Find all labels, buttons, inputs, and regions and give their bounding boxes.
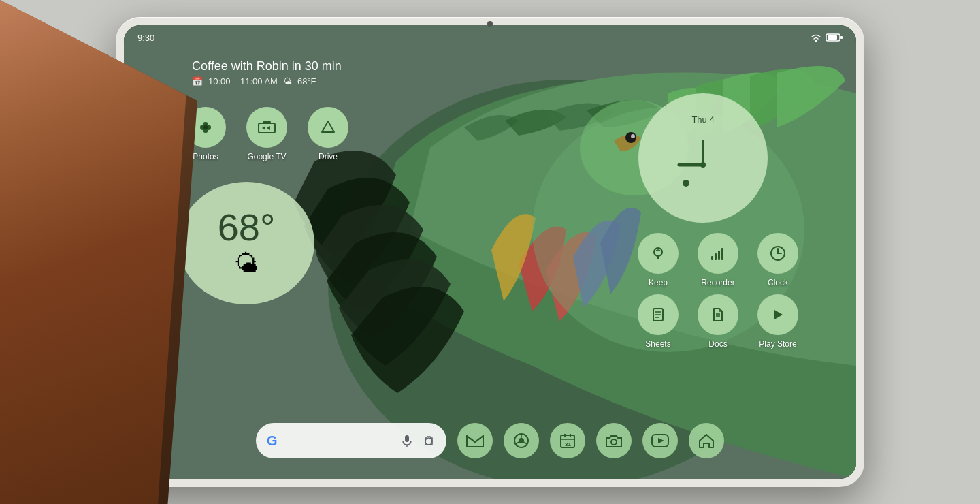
home-icon bbox=[698, 432, 715, 450]
camera-dock-icon bbox=[604, 432, 623, 449]
status-time: 9:30 bbox=[137, 33, 154, 43]
svg-rect-17 bbox=[711, 256, 713, 260]
svg-rect-19 bbox=[718, 251, 720, 260]
app-gmail-dock[interactable] bbox=[457, 423, 493, 458]
svg-point-9 bbox=[203, 125, 208, 129]
drive-label: Drive bbox=[318, 152, 338, 161]
app-camera-dock[interactable] bbox=[596, 423, 632, 458]
playstore-label: Play Store bbox=[759, 339, 796, 349]
battery-icon bbox=[826, 33, 843, 42]
svg-point-15 bbox=[654, 248, 662, 256]
docs-icon bbox=[709, 306, 727, 324]
app-row-top: Photos Google TV bbox=[185, 107, 348, 161]
googletv-icon-circle bbox=[246, 107, 287, 148]
sheets-label: Sheets bbox=[645, 339, 670, 349]
clock-app-icon bbox=[768, 244, 787, 263]
playstore-icon-circle bbox=[757, 294, 798, 335]
svg-rect-28 bbox=[405, 435, 409, 442]
clock-widget: Thu 4 bbox=[638, 93, 768, 223]
tablet: 9:30 Coffee with Robin in 30 m bbox=[116, 17, 864, 487]
svg-point-41 bbox=[611, 439, 617, 445]
microphone-icon[interactable] bbox=[400, 434, 414, 447]
weather-icon: 🌤 bbox=[234, 249, 259, 278]
photos-icon bbox=[196, 118, 215, 137]
drive-icon-circle bbox=[308, 107, 348, 148]
svg-text:31: 31 bbox=[565, 441, 571, 447]
clock-label: Clock bbox=[768, 278, 788, 287]
clock-face bbox=[666, 127, 740, 202]
app-docs[interactable]: Docs bbox=[698, 294, 738, 349]
photos-label: Photos bbox=[193, 152, 218, 161]
keep-icon-circle bbox=[638, 233, 679, 274]
youtube-icon bbox=[651, 433, 670, 448]
svg-point-4 bbox=[625, 132, 636, 143]
gmail-icon bbox=[466, 433, 485, 448]
app-playstore[interactable]: Play Store bbox=[757, 294, 798, 349]
svg-rect-8 bbox=[840, 36, 843, 39]
weather-temperature: 68° bbox=[218, 208, 276, 247]
notification-title: Coffee with Robin in 30 min bbox=[192, 59, 342, 74]
sheets-icon-circle bbox=[638, 294, 679, 335]
svg-rect-20 bbox=[721, 248, 723, 260]
camera-search-icon[interactable] bbox=[422, 434, 436, 447]
search-bar[interactable]: G bbox=[256, 423, 446, 458]
svg-line-35 bbox=[515, 442, 519, 444]
keep-label: Keep bbox=[649, 278, 668, 287]
svg-line-34 bbox=[523, 442, 527, 444]
bottom-dock: G bbox=[256, 423, 724, 458]
sheets-icon bbox=[649, 306, 667, 324]
recorder-icon bbox=[708, 245, 728, 262]
app-drive[interactable]: Drive bbox=[308, 107, 348, 161]
notification-widget: Coffee with Robin in 30 min 📅 10:00 – 11… bbox=[192, 59, 342, 86]
scene: 9:30 Coffee with Robin in 30 m bbox=[0, 0, 980, 504]
app-keep[interactable]: Keep bbox=[638, 233, 679, 287]
docs-label: Docs bbox=[708, 339, 727, 349]
screen: 9:30 Coffee with Robin in 30 m bbox=[124, 25, 856, 479]
googletv-label: Google TV bbox=[247, 152, 286, 161]
app-recorder[interactable]: Recorder bbox=[698, 233, 738, 287]
playstore-icon bbox=[769, 306, 787, 324]
weather-small-icon: 🌤 bbox=[283, 76, 292, 86]
googletv-icon bbox=[257, 119, 277, 136]
clock-date: Thu 4 bbox=[691, 114, 714, 125]
status-bar: 9:30 bbox=[124, 25, 856, 50]
google-logo: G bbox=[267, 433, 278, 449]
app-youtube-dock[interactable] bbox=[642, 423, 678, 458]
notification-temperature: 68°F bbox=[297, 76, 316, 86]
recorder-icon-circle bbox=[698, 233, 738, 274]
clock-svg bbox=[666, 127, 740, 202]
notification-details: 📅 10:00 – 11:00 AM 🌤 68°F bbox=[192, 76, 342, 86]
clock-icon-circle bbox=[757, 233, 798, 274]
wifi-icon bbox=[810, 33, 822, 42]
drive-icon bbox=[318, 118, 338, 137]
app-sheets[interactable]: Sheets bbox=[638, 294, 679, 349]
notification-time: 10:00 – 11:00 AM bbox=[208, 76, 278, 86]
app-row-mid-1: Keep Recorder bbox=[638, 233, 798, 287]
app-row-mid-2: Sheets Docs bbox=[638, 294, 798, 349]
chrome-icon bbox=[512, 431, 531, 450]
app-chrome-dock[interactable] bbox=[504, 423, 539, 458]
recorder-label: Recorder bbox=[701, 278, 734, 287]
docs-icon-circle bbox=[698, 294, 738, 335]
app-calendar-dock[interactable]: 31 bbox=[550, 423, 585, 458]
svg-point-14 bbox=[683, 180, 689, 187]
svg-point-5 bbox=[631, 134, 635, 138]
app-clock[interactable]: Clock bbox=[757, 233, 798, 287]
app-home-dock[interactable] bbox=[689, 423, 724, 458]
calendar-icon: 31 bbox=[559, 432, 576, 450]
weather-widget: 68° 🌤 bbox=[178, 182, 314, 304]
svg-point-13 bbox=[700, 162, 706, 168]
svg-point-30 bbox=[425, 438, 432, 445]
keep-icon bbox=[649, 245, 667, 262]
svg-point-32 bbox=[519, 438, 524, 443]
status-icons bbox=[810, 33, 843, 42]
svg-rect-7 bbox=[828, 35, 837, 40]
app-googletv[interactable]: Google TV bbox=[246, 107, 287, 161]
calendar-icon: 📅 bbox=[192, 76, 203, 86]
svg-rect-18 bbox=[715, 253, 717, 260]
